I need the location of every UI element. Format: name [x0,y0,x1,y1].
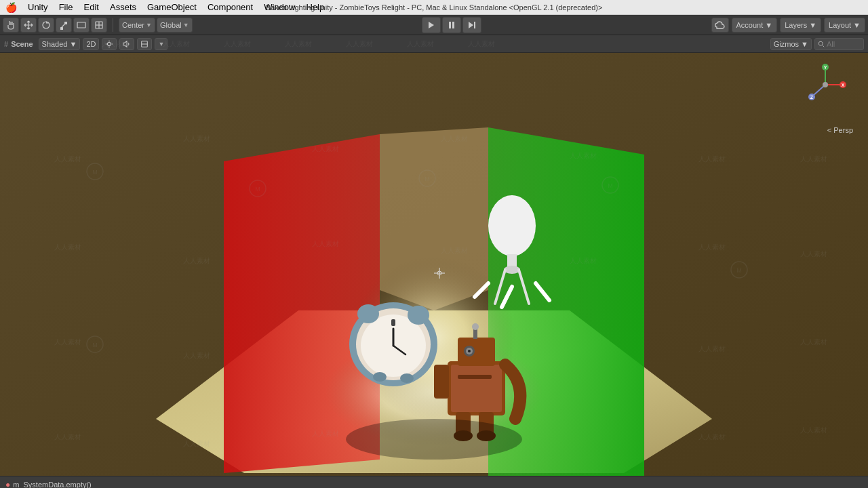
svg-text:人人素材: 人人素材 [800,338,827,346]
shade-mode-dropdown[interactable]: Shaded ▼ [39,38,81,50]
scene-options-button[interactable]: ▼ [155,38,167,50]
svg-text:人人素材: 人人素材 [570,152,597,159]
scale-tool-button[interactable] [56,18,72,33]
svg-rect-4 [77,22,85,28]
layers-label: Layers [785,21,807,29]
status-error-icon: ● [5,480,10,489]
svg-text:人人素材: 人人素材 [698,243,726,251]
scene-svg: 人人素材 人人素材 人人素材 人人素材 人人素材 人人素材 人人素材 人人素材 … [0,53,868,485]
unity-toolbar: Center ▼ Global ▼ [0,15,868,35]
transform-tools [3,18,107,33]
rect-tool-button[interactable] [73,18,90,33]
apple-menu[interactable]: 🍎 [5,2,17,13]
svg-line-3 [62,23,66,27]
account-button[interactable]: Account ▼ [732,18,778,33]
svg-point-56 [400,373,414,383]
window-title: Baked Lighting.unity - ZombieToys Religh… [266,3,603,12]
svg-point-71 [346,419,522,460]
svg-line-21 [823,45,825,47]
svg-text:M: M [255,186,260,192]
svg-rect-65 [458,375,492,379]
svg-text:人人素材: 人人素材 [441,247,468,254]
svg-text:人人素材: 人人素材 [800,426,827,434]
layout-button[interactable]: Layout ▼ [824,18,865,33]
audio-button[interactable] [119,38,134,50]
svg-marker-11 [469,22,473,28]
svg-point-64 [472,323,479,330]
menu-unity[interactable]: Unity [28,2,48,12]
svg-text:人人素材: 人人素材 [441,135,468,142]
svg-marker-8 [429,22,434,28]
svg-text:人人素材: 人人素材 [312,240,339,247]
svg-rect-58 [451,365,502,412]
menu-file[interactable]: File [59,2,73,12]
step-button[interactable] [462,17,481,33]
account-label: Account [736,21,764,29]
svg-rect-59 [458,338,495,366]
svg-rect-9 [449,22,451,28]
svg-point-55 [373,372,387,382]
svg-text:人人素材: 人人素材 [312,145,339,152]
svg-text:X: X [842,83,845,87]
svg-point-20 [818,41,823,45]
transform-tool-button[interactable] [91,18,107,33]
menu-assets[interactable]: Assets [110,2,136,12]
search-field[interactable] [814,38,864,50]
menu-gameobject[interactable]: GameObject [147,2,197,12]
pivot-button[interactable]: Center ▼ [119,18,155,33]
main-content: Y X Z < Persp [0,53,868,488]
svg-rect-66 [434,365,449,399]
svg-text:Y: Y [824,65,827,70]
svg-point-54 [408,306,429,325]
pivot-space-group: Center ▼ Global ▼ [119,18,193,33]
svg-text:人人素材: 人人素材 [54,155,81,163]
menu-component[interactable]: Component [208,2,253,12]
persp-label: < Persp [827,126,853,134]
layout-label: Layout [829,21,851,29]
scene-toolbar: # Scene Shaded ▼ 2D ▼ 人人 [0,35,868,53]
gizmos-search-group: Gizmos ▼ [770,38,864,50]
svg-text:人人素材: 人人素材 [312,430,339,437]
svg-text:M: M [425,176,430,182]
svg-text:人人素材: 人人素材 [698,433,726,441]
svg-text:人人素材: 人人素材 [698,345,726,352]
menu-edit[interactable]: Edit [84,2,99,12]
svg-text:人人素材: 人人素材 [698,155,726,163]
move-tool-button[interactable] [20,18,37,33]
svg-rect-10 [452,22,454,28]
pause-button[interactable] [442,17,461,33]
svg-text:人人素材: 人人素材 [54,338,81,346]
toolbar-right-group: Account ▼ Layers ▼ Layout ▼ [711,18,865,33]
space-button[interactable]: Global ▼ [157,18,193,33]
svg-point-62 [468,350,471,352]
layers-button[interactable]: Layers ▼ [780,18,821,33]
axes-gizmo-svg: Y X Z [804,63,848,107]
axes-gizmo[interactable]: Y X Z [804,63,848,107]
search-icon [818,41,825,47]
svg-point-13 [108,42,111,45]
svg-text:M: M [736,267,742,274]
status-message: m_SystemData.empty() [13,481,92,489]
cloud-button[interactable] [711,18,729,33]
svg-rect-12 [474,22,475,28]
gizmos-dropdown[interactable]: Gizmos ▼ [770,38,812,50]
playmode-controls [195,17,709,33]
svg-text:人人素材: 人人素材 [54,243,81,251]
status-bar: ● m_SystemData.empty() [0,476,868,488]
svg-text:人人素材: 人人素材 [183,440,210,447]
effects-button[interactable] [137,38,152,50]
svg-text:人人素材: 人人素材 [800,250,827,258]
svg-point-39 [488,195,536,256]
hand-tool-button[interactable] [3,18,19,33]
rotate-tool-button[interactable] [38,18,54,33]
scene-panel-label: Scene [11,40,33,48]
svg-text:人人素材: 人人素材 [800,155,827,163]
svg-point-53 [357,304,379,323]
play-button[interactable] [422,17,441,33]
search-input[interactable] [827,40,861,48]
scene-view[interactable]: Y X Z < Persp [0,53,868,485]
lighting-button[interactable] [102,38,117,50]
svg-text:Z: Z [810,95,814,100]
svg-text:人人素材: 人人素材 [570,257,597,264]
2d-button[interactable]: 2D [83,38,99,50]
